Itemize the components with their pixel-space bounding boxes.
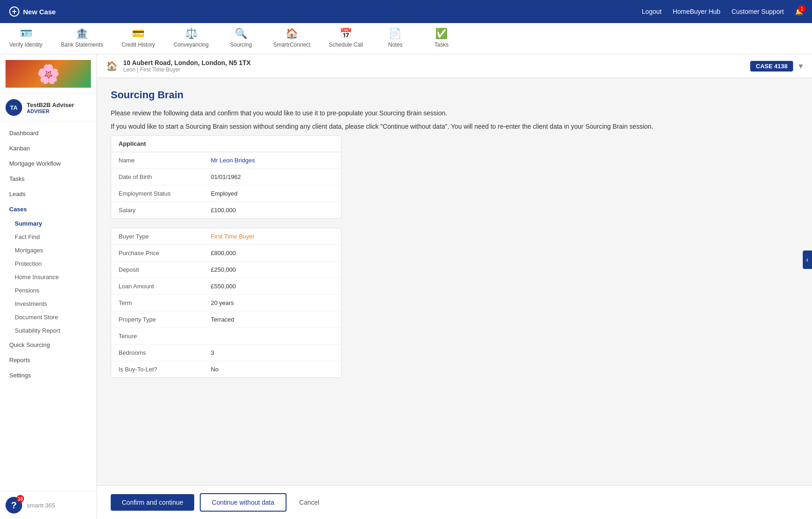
tab-notes[interactable]: 📄Notes bbox=[372, 23, 418, 54]
case-header: 🏠 10 Aubert Road, London, London, N5 1TX… bbox=[97, 54, 812, 78]
tasks-icon: ✅ bbox=[435, 28, 448, 40]
sidebar-subitem-mortgages[interactable]: Mortgages bbox=[0, 244, 96, 257]
sidebar: TA TestB2B Adviser ADVISER DashboardKanb… bbox=[0, 54, 97, 519]
customer-support-link[interactable]: Customer Support bbox=[731, 8, 784, 15]
sidebar-item-kanban[interactable]: Kanban bbox=[0, 141, 96, 156]
sidebar-subitem-pensions[interactable]: Pensions bbox=[0, 284, 96, 297]
confirm-continue-button[interactable]: Confirm and continue bbox=[111, 494, 194, 511]
page-description-1: Please review the following data and con… bbox=[111, 108, 798, 118]
table-row: Buyer TypeFirst Time Buyer bbox=[111, 228, 341, 245]
applicant-table: Applicant NameMr Leon BridgesDate of Bir… bbox=[111, 135, 341, 219]
case-address: 10 Aubert Road, London, London, N5 1TX L… bbox=[123, 59, 745, 73]
content-area: 🏠 10 Aubert Road, London, London, N5 1TX… bbox=[97, 54, 812, 519]
cancel-button[interactable]: Cancel bbox=[292, 494, 327, 511]
help-badge: 18 bbox=[17, 495, 24, 502]
sidebar-item-settings[interactable]: Settings bbox=[0, 368, 96, 383]
sidebar-item-tasks[interactable]: Tasks bbox=[0, 171, 96, 186]
home-icon: 🏠 bbox=[106, 60, 118, 72]
sidebar-item-leads[interactable]: Leads bbox=[0, 186, 96, 202]
sidebar-item-mortgage-workflow[interactable]: Mortgage Workflow bbox=[0, 156, 96, 171]
sidebar-subitem-summary[interactable]: Summary bbox=[0, 217, 96, 230]
tab-schedule-call[interactable]: 📅Schedule Call bbox=[320, 23, 372, 54]
homebuyer-hub-link[interactable]: HomeBuyer Hub bbox=[673, 8, 721, 15]
bank-statements-icon: 🏦 bbox=[76, 28, 88, 40]
right-edge-tab[interactable]: ‹ bbox=[803, 251, 812, 269]
verify-identity-icon: 🪪 bbox=[20, 28, 32, 40]
sidebar-subitem-suitability-report[interactable]: Suitability Report bbox=[0, 324, 96, 337]
smartrconnect-icon: 🏠 bbox=[286, 28, 298, 40]
address-line: 10 Aubert Road, London, London, N5 1TX bbox=[123, 59, 745, 66]
table-row: Date of Birth01/01/1962 bbox=[111, 169, 341, 185]
action-bar: Confirm and continue Continue without da… bbox=[97, 485, 812, 519]
sidebar-subitem-investments[interactable]: Investments bbox=[0, 297, 96, 310]
main-layout: TA TestB2B Adviser ADVISER DashboardKanb… bbox=[0, 54, 812, 519]
sidebar-subitem-protection[interactable]: Protection bbox=[0, 257, 96, 270]
table-row: Is Buy-To-Let?No bbox=[111, 361, 341, 377]
page-title: Sourcing Brain bbox=[111, 89, 798, 101]
schedule-call-icon: 📅 bbox=[340, 28, 352, 40]
conveyancing-icon: ⚖️ bbox=[185, 28, 197, 40]
notes-icon: 📄 bbox=[389, 28, 401, 40]
new-case-label: New Case bbox=[23, 8, 56, 16]
tab-smartrconnect[interactable]: 🏠SmartrConnect bbox=[264, 23, 320, 54]
smartr-logo: smartr.365 bbox=[27, 502, 55, 509]
user-role: ADVISER bbox=[27, 108, 74, 114]
sidebar-logo bbox=[0, 54, 96, 94]
sidebar-item-quick-sourcing[interactable]: Quick Sourcing bbox=[0, 337, 96, 352]
credit-history-icon: 💳 bbox=[132, 28, 144, 40]
table-row: Bedrooms3 bbox=[111, 345, 341, 361]
sidebar-subitem-home-insurance[interactable]: Home Insurance bbox=[0, 270, 96, 284]
plus-icon: + bbox=[9, 6, 19, 17]
notification-badge: 1 bbox=[798, 5, 806, 12]
tab-credit-history[interactable]: 💳Credit History bbox=[112, 23, 164, 54]
table-row: Property TypeTerraced bbox=[111, 311, 341, 328]
client-line: Leon | First Time Buyer bbox=[123, 66, 745, 73]
new-case-button[interactable]: + New Case bbox=[9, 6, 56, 17]
tab-bank-statements[interactable]: 🏦Bank Statements bbox=[52, 23, 112, 54]
case-badge: CASE 4138 bbox=[750, 61, 793, 72]
user-info: TestB2B Adviser ADVISER bbox=[27, 101, 74, 114]
table-row: Tenure bbox=[111, 328, 341, 345]
user-name: TestB2B Adviser bbox=[27, 101, 74, 108]
table-row: Employment StatusEmployed bbox=[111, 185, 341, 202]
continue-without-data-button[interactable]: Continue without data bbox=[200, 493, 286, 512]
top-bar-right: Logout HomeBuyer Hub Customer Support 🔔 … bbox=[642, 8, 803, 15]
tab-verify-identity[interactable]: 🪪Verify Identity bbox=[0, 23, 52, 54]
table-row: Term20 years bbox=[111, 295, 341, 311]
sidebar-nav: DashboardKanbanMortgage WorkflowTasksLea… bbox=[0, 122, 96, 491]
tab-tasks[interactable]: ✅Tasks bbox=[418, 23, 465, 54]
property-table: Buyer TypeFirst Time BuyerPurchase Price… bbox=[111, 228, 341, 378]
avatar: TA bbox=[6, 99, 22, 116]
table-row: Deposit£250,000 bbox=[111, 262, 341, 278]
sidebar-item-cases[interactable]: Cases bbox=[0, 202, 96, 217]
tab-sourcing[interactable]: 🔍Sourcing bbox=[218, 23, 264, 54]
sourcing-icon: 🔍 bbox=[235, 28, 247, 40]
page-description-2: If you would like to start a Sourcing Br… bbox=[111, 122, 798, 131]
sidebar-item-reports[interactable]: Reports bbox=[0, 352, 96, 368]
sidebar-item-dashboard[interactable]: Dashboard bbox=[0, 125, 96, 141]
table-row: Purchase Price£800,000 bbox=[111, 245, 341, 262]
sidebar-user: TA TestB2B Adviser ADVISER bbox=[0, 94, 96, 122]
logo-image bbox=[6, 60, 91, 88]
logout-link[interactable]: Logout bbox=[642, 8, 662, 15]
page-content: Sourcing Brain Please review the followi… bbox=[97, 78, 812, 485]
table-row: Salary£100,000 bbox=[111, 202, 341, 218]
notification-bell[interactable]: 🔔 1 bbox=[795, 8, 803, 15]
help-button[interactable]: ? 18 bbox=[6, 497, 22, 513]
sidebar-bottom: ? 18 smartr.365 bbox=[0, 491, 96, 519]
sidebar-subitem-fact-find[interactable]: Fact Find bbox=[0, 230, 96, 244]
table-row: Loan Amount£550,000 bbox=[111, 278, 341, 295]
table-row: NameMr Leon Bridges bbox=[111, 152, 341, 169]
tab-conveyancing[interactable]: ⚖️Conveyancing bbox=[164, 23, 218, 54]
chevron-down-icon[interactable]: ▾ bbox=[799, 61, 803, 71]
applicant-table-header: Applicant bbox=[111, 136, 341, 152]
sidebar-subitem-document-store[interactable]: Document Store bbox=[0, 310, 96, 324]
top-bar: + New Case Logout HomeBuyer Hub Customer… bbox=[0, 0, 812, 23]
tab-nav: 🪪Verify Identity🏦Bank Statements💳Credit … bbox=[0, 23, 812, 54]
